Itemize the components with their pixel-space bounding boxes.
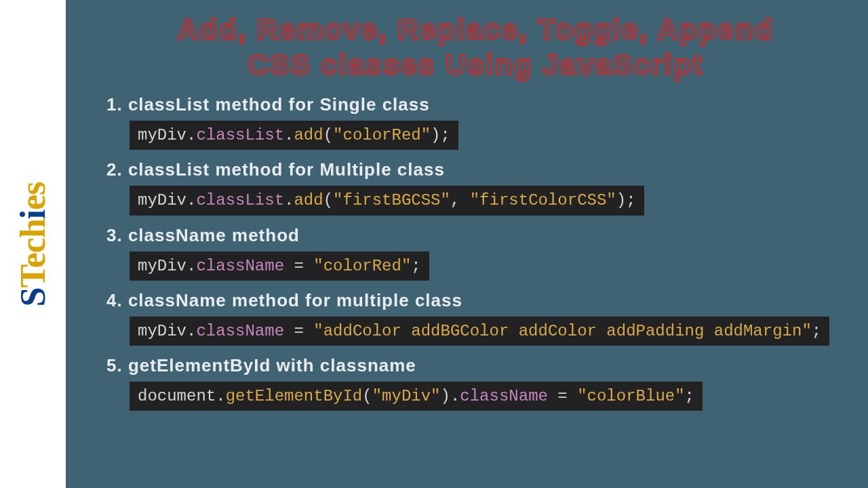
page-title: Add, Remove, Replace, Toggle, Append CSS… [106,12,844,82]
title-line-1: Add, Remove, Replace, Toggle, Append [106,12,844,47]
code-token: . [216,387,225,405]
code-token: ; [441,126,450,144]
code-token: , [450,191,470,209]
code-token: "colorBlue" [577,387,684,405]
logo: STechies [13,182,53,306]
code-token: className [196,322,284,340]
code-token: . [186,322,196,340]
code-token: ( [323,126,333,144]
code-token: ( [362,387,372,405]
code-token: ; [812,322,821,340]
code-token: myDiv [138,191,186,209]
code-token: add [294,191,323,209]
code-token: document [138,387,216,405]
list-item: 3. className methodmyDiv.className = "co… [106,225,844,281]
item-heading: 4. className method for multiple class [106,290,844,311]
code-token: . [186,126,196,144]
code-token: . [186,257,196,275]
code-block: myDiv.className = "colorRed"; [130,251,429,281]
code-token: "colorRed" [333,126,431,144]
code-token: . [284,191,294,209]
code-block: myDiv.classList.add("colorRed"); [130,121,458,150]
code-token: myDiv [138,126,186,144]
code-token: = [548,387,577,405]
list-item: 5. getElementById with classnamedocument… [106,355,844,411]
list-item: 4. className method for multiple classmy… [106,290,844,346]
code-block: myDiv.classList.add("firstBGCSS", "first… [130,186,644,215]
code-token: myDiv [138,322,186,340]
title-line-2: CSS classes Using JavaScript [106,47,844,83]
code-token: = [284,257,313,275]
code-token: className [460,387,548,405]
sidebar: STechies [0,0,66,488]
items-list: 1. classList method for Single classmyDi… [106,94,844,411]
code-token: ; [626,191,635,209]
code-token: ) [616,191,626,209]
item-heading: 2. classList method for Multiple class [106,159,844,180]
list-item: 2. classList method for Multiple classmy… [106,159,844,215]
code-token: className [196,257,284,275]
code-token: ( [323,191,333,209]
code-block: document.getElementById("myDiv").classNa… [130,382,703,411]
code-token: . [186,191,196,209]
code-token: . [450,387,460,405]
code-token: "colorRed" [313,257,411,275]
code-token: ; [411,257,420,275]
code-token: ; [685,387,694,405]
item-heading: 3. className method [106,225,844,246]
code-token: ) [441,387,450,405]
code-token: classList [196,126,284,144]
code-token: ) [431,126,440,144]
code-token: . [284,126,294,144]
code-block: myDiv.className = "addColor addBGColor a… [130,317,829,346]
item-heading: 1. classList method for Single class [106,94,844,115]
code-token: = [284,322,313,340]
item-heading: 5. getElementById with classname [106,355,844,376]
code-token: myDiv [138,257,186,275]
code-token: "firstBGCSS" [333,191,450,209]
code-token: classList [196,191,284,209]
code-token: getElementById [226,387,363,405]
code-token: add [294,126,323,144]
main-content: Add, Remove, Replace, Toggle, Append CSS… [66,0,868,488]
list-item: 1. classList method for Single classmyDi… [106,94,844,150]
code-token: "addColor addBGColor addColor addPadding… [313,322,812,340]
code-token: "myDiv" [372,387,441,405]
code-token: "firstColorCSS" [470,191,616,209]
